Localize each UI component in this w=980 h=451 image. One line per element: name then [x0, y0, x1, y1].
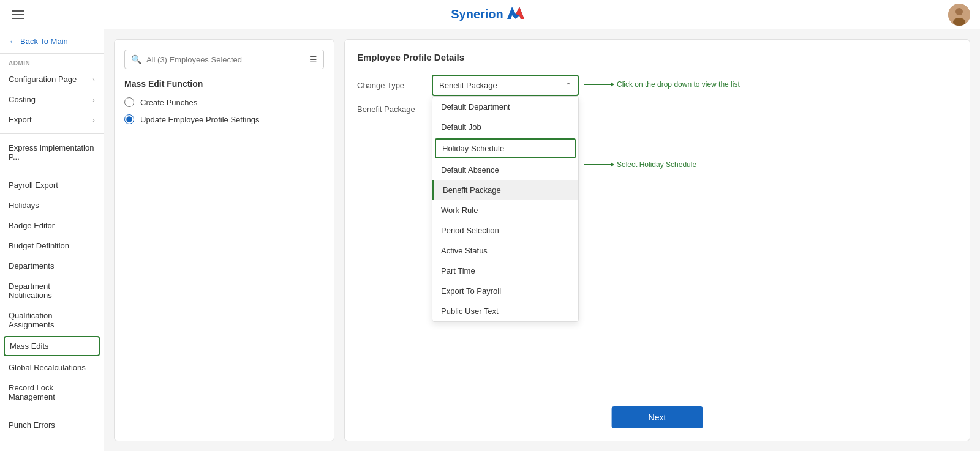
sidebar-item-label: Configuration Page — [9, 75, 77, 84]
change-type-label: Change Type — [357, 81, 424, 90]
mass-edit-radio-group: Create Punches Update Employee Profile S… — [124, 97, 324, 124]
update-profile-option[interactable]: Update Employee Profile Settings — [124, 114, 324, 124]
sidebar-item-costing[interactable]: Costing › — [0, 89, 104, 110]
employee-profile-details-panel: Employee Profile Details Change Type Ben… — [344, 39, 970, 441]
filter-icon[interactable]: ☰ — [309, 54, 317, 64]
sidebar-item-holidays[interactable]: Holidays — [0, 195, 104, 215]
create-punches-radio[interactable] — [124, 97, 134, 107]
sidebar-item-mass-edits[interactable]: Mass Edits — [4, 336, 100, 356]
sidebar-admin-label: ADMIN — [0, 54, 104, 69]
app-layout: ← Back To Main ADMIN Configuration Page … — [0, 29, 980, 451]
dropdown-item-period-selection[interactable]: Period Selection — [432, 220, 578, 240]
holiday-annotation: Select Holiday Schedule — [584, 160, 696, 170]
dropdown-item-default-job[interactable]: Default Job — [432, 117, 578, 137]
sidebar-item-label: Department Notifications — [9, 281, 95, 300]
sidebar-item-configuration-page[interactable]: Configuration Page › — [0, 69, 104, 89]
sidebar-item-label: Qualification Assignments — [9, 311, 95, 329]
mass-edit-function-title: Mass Edit Function — [124, 79, 324, 89]
brand-name: Synerion — [451, 7, 503, 21]
holiday-hint-text: Select Holiday Schedule — [617, 160, 696, 169]
dropdown-item-export-to-payroll[interactable]: Export To Payroll — [432, 281, 578, 301]
chevron-right-icon: › — [92, 76, 95, 83]
dropdown-item-work-rule[interactable]: Work Rule — [432, 200, 578, 220]
sidebar-item-qualification-assignments[interactable]: Qualification Assignments — [0, 305, 104, 335]
back-to-main-label: Back To Main — [20, 37, 68, 46]
sidebar-item-record-lock-management[interactable]: Record Lock Management — [0, 378, 104, 407]
update-profile-label: Update Employee Profile Settings — [140, 115, 259, 124]
sidebar-divider — [0, 411, 104, 411]
search-icon: 🔍 — [131, 54, 141, 64]
top-navigation: Synerion — [0, 0, 980, 29]
dropdown-menu: Default Department Default Job Holiday S… — [432, 96, 579, 322]
sidebar-item-label: Costing — [9, 95, 36, 104]
sidebar-item-label: Global Recalculations — [9, 363, 86, 372]
svg-point-3 — [956, 8, 963, 15]
back-arrow-icon: ← — [9, 37, 17, 46]
sidebar-item-budget-definition[interactable]: Budget Definition — [0, 236, 104, 256]
sidebar-item-label: Punch Errors — [9, 420, 55, 430]
sidebar-item-global-recalculations[interactable]: Global Recalculations — [0, 357, 104, 378]
sidebar-item-badge-editor[interactable]: Badge Editor — [0, 215, 104, 236]
annotation-arrow-icon — [584, 80, 614, 89]
sidebar-item-punch-errors[interactable]: Punch Errors — [0, 415, 104, 435]
dropdown-selected-value: Benefit Package — [439, 81, 497, 90]
back-to-main-link[interactable]: ← Back To Main — [0, 29, 104, 54]
svg-marker-6 — [611, 82, 614, 87]
panel-title: Employee Profile Details — [357, 52, 957, 62]
sidebar-item-label: Mass Edits — [10, 341, 49, 351]
dropdown-hint-text: Click on the drop down to view the list — [617, 80, 740, 89]
user-avatar[interactable] — [948, 4, 970, 26]
dropdown-item-benefit-package[interactable]: Benefit Package — [432, 180, 578, 200]
holiday-arrow-icon — [584, 160, 614, 170]
sidebar-item-label: Express Implementation P... — [9, 143, 95, 162]
svg-marker-8 — [611, 162, 614, 167]
hamburger-line — [12, 10, 24, 12]
hamburger-line — [12, 18, 24, 19]
chevron-up-icon: ⌃ — [565, 81, 571, 90]
brand-logo: Synerion — [451, 7, 524, 23]
employee-selection-panel: 🔍 ☰ Mass Edit Function Create Punches Up… — [114, 39, 334, 441]
sidebar-item-label: Record Lock Management — [9, 383, 95, 401]
dropdown-item-default-absence[interactable]: Default Absence — [432, 160, 578, 180]
change-type-dropdown[interactable]: Benefit Package ⌃ Default Department Def… — [432, 75, 579, 96]
dropdown-item-active-status[interactable]: Active Status — [432, 240, 578, 261]
hamburger-menu-button[interactable] — [10, 8, 27, 21]
sidebar-item-export[interactable]: Export › — [0, 110, 104, 130]
dropdown-item-public-user-text[interactable]: Public User Text — [432, 301, 578, 321]
employee-search-input[interactable] — [146, 55, 304, 64]
sidebar-item-label: Payroll Export — [9, 181, 58, 190]
sidebar-item-label: Badge Editor — [9, 221, 55, 230]
brand-logo-icon — [507, 7, 524, 23]
change-type-row: Change Type Benefit Package ⌃ Default De… — [357, 75, 957, 96]
chevron-right-icon: › — [92, 96, 95, 103]
chevron-right-icon: › — [92, 116, 95, 124]
create-punches-option[interactable]: Create Punches — [124, 97, 324, 107]
sidebar-item-payroll-export[interactable]: Payroll Export — [0, 175, 104, 195]
hamburger-line — [12, 14, 24, 15]
employee-search-bar[interactable]: 🔍 ☰ — [124, 50, 324, 69]
next-button[interactable]: Next — [612, 406, 703, 428]
create-punches-label: Create Punches — [140, 98, 197, 107]
dropdown-trigger[interactable]: Benefit Package ⌃ — [432, 75, 579, 96]
benefit-package-label: Benefit Package — [357, 105, 424, 114]
sidebar-divider — [0, 133, 104, 134]
sidebar-item-express-implementation[interactable]: Express Implementation P... — [0, 138, 104, 167]
dropdown-item-default-department[interactable]: Default Department — [432, 97, 578, 117]
dropdown-annotation: Click on the drop down to view the list — [584, 80, 740, 89]
sidebar-item-department-notifications[interactable]: Department Notifications — [0, 276, 104, 305]
dropdown-item-holiday-schedule[interactable]: Holiday Schedule — [435, 138, 576, 158]
sidebar-divider — [0, 171, 104, 171]
update-profile-radio[interactable] — [124, 114, 134, 124]
sidebar-item-label: Holidays — [9, 201, 39, 210]
main-content: 🔍 ☰ Mass Edit Function Create Punches Up… — [104, 29, 980, 451]
dropdown-item-part-time[interactable]: Part Time — [432, 261, 578, 281]
sidebar-item-label: Departments — [9, 261, 54, 270]
sidebar-item-label: Export — [9, 115, 32, 124]
sidebar: ← Back To Main ADMIN Configuration Page … — [0, 29, 104, 451]
next-button-container: Next — [612, 406, 703, 428]
sidebar-item-label: Budget Definition — [9, 241, 69, 250]
sidebar-item-departments[interactable]: Departments — [0, 256, 104, 276]
